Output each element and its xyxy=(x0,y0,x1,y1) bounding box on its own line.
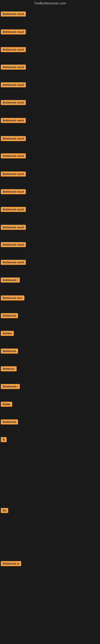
bottleneck-item: Bottleneck result xyxy=(1,30,26,35)
bottleneck-list xyxy=(0,8,100,8)
bottleneck-badge: Bottleneck xyxy=(1,348,18,354)
bottleneck-badge: Bottleneck result xyxy=(1,100,26,105)
bottleneck-badge: Bottleneck result xyxy=(1,118,26,123)
bottleneck-badge: Bottleneck result xyxy=(1,64,26,70)
bottleneck-item: Bottlen xyxy=(1,331,14,337)
bottleneck-item: Bottleneck r xyxy=(1,278,20,283)
bottleneck-badge: Bottleneck result xyxy=(1,207,26,212)
bottleneck-badge: Bottleneck result xyxy=(1,189,26,194)
bottleneck-item: Bottleneck r xyxy=(1,384,20,390)
site-title-bar: TheBottlenecker.com xyxy=(0,0,100,8)
bottleneck-item: Bo xyxy=(1,508,8,514)
bottleneck-badge: Bottleneck result xyxy=(1,12,26,16)
bottleneck-badge: Bottleneck resu xyxy=(1,296,24,300)
bottleneck-badge: Bottleneck result xyxy=(1,30,26,34)
bottleneck-item: Bottleneck result xyxy=(1,189,26,195)
bottleneck-badge: Bottleneck result xyxy=(1,136,26,141)
bottleneck-item: Bottleneck result xyxy=(1,260,26,266)
bottleneck-badge: Bottleneck r xyxy=(1,384,20,389)
bottleneck-badge: Bottleneck result xyxy=(1,260,26,265)
bottleneck-badge: Bottleneck re xyxy=(1,561,21,566)
bottleneck-badge: B xyxy=(1,437,7,442)
bottleneck-item: Bottleneck result xyxy=(1,207,26,213)
bottleneck-item: Bottlenec xyxy=(1,366,17,372)
bottleneck-badge: Bottleneck result xyxy=(1,153,26,158)
bottleneck-badge: Bottleneck result xyxy=(1,225,26,230)
bottleneck-badge: Bottleneck result xyxy=(1,172,26,176)
bottleneck-item: Bottleneck result xyxy=(1,136,26,142)
bottleneck-item: Bottleneck result xyxy=(1,47,26,53)
bottleneck-item: Bottleneck resu xyxy=(1,296,24,301)
bottleneck-badge: Bottleneck xyxy=(1,420,18,424)
bottleneck-item: Bottleneck result xyxy=(1,82,26,88)
bottleneck-badge: Bottlen xyxy=(1,331,14,336)
bottleneck-item: Bottleneck xyxy=(1,313,18,319)
bottleneck-item: Bottleneck result xyxy=(1,118,26,124)
bottleneck-item: Bottleneck xyxy=(1,420,18,425)
bottleneck-badge: Bottleneck result xyxy=(1,242,26,247)
bottleneck-item: B xyxy=(1,437,7,443)
bottleneck-item: Bottleneck result xyxy=(1,225,26,231)
bottleneck-item: Bottleneck re xyxy=(1,561,21,567)
bottleneck-badge: Bottleneck r xyxy=(1,278,20,282)
bottleneck-item: Bottle xyxy=(1,402,12,408)
bottleneck-item: Bottleneck result xyxy=(1,172,26,177)
bottleneck-item: Bottleneck result xyxy=(1,12,26,17)
bottleneck-badge: Bottlenec xyxy=(1,366,17,371)
bottleneck-item: Bottleneck result xyxy=(1,64,26,70)
bottleneck-badge: Bottleneck result xyxy=(1,47,26,52)
bottleneck-badge: Bo xyxy=(1,508,8,513)
bottleneck-item: Bottleneck result xyxy=(1,100,26,106)
bottleneck-item: Bottleneck result xyxy=(1,242,26,248)
bottleneck-item: Bottleneck xyxy=(1,348,18,354)
bottleneck-item: Bottleneck result xyxy=(1,153,26,159)
bottleneck-badge: Bottleneck xyxy=(1,313,18,318)
bottleneck-badge: Bottleneck result xyxy=(1,82,26,87)
bottleneck-badge: Bottle xyxy=(1,402,12,407)
site-title: TheBottlenecker.com xyxy=(0,0,100,8)
